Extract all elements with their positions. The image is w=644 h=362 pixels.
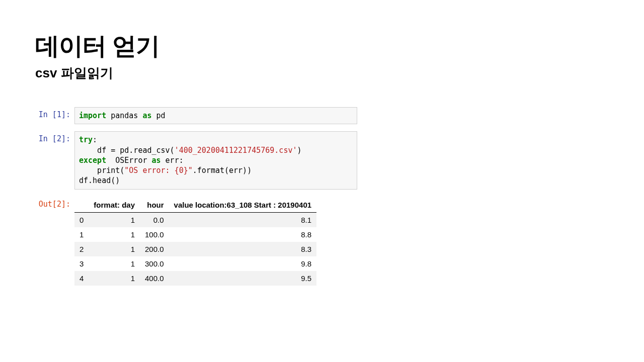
table-cell: 1	[89, 212, 140, 227]
table-cell: 4	[74, 271, 89, 286]
table-header: hour	[140, 198, 169, 213]
table-cell: 1	[89, 242, 140, 256]
table-cell: 8.1	[169, 212, 317, 227]
table-cell: 200.0	[140, 242, 169, 256]
output-table-wrap: format: dayhourvalue location:63_108 Sta…	[74, 197, 357, 286]
cell-prompt: In [2]:	[35, 131, 74, 143]
table-cell: 1	[89, 227, 140, 242]
table-cell: 0	[74, 212, 89, 227]
table-cell: 2	[74, 242, 89, 256]
table-cell: 9.5	[169, 271, 317, 286]
table-cell: 1	[74, 227, 89, 242]
code-input[interactable]: try: df = pd.read_csv('400_2020041122174…	[74, 131, 357, 189]
table-cell: 100.0	[140, 227, 169, 242]
table-cell: 400.0	[140, 271, 169, 286]
cell-prompt: Out[2]:	[35, 197, 74, 209]
notebook-cell: Out[2]:format: dayhourvalue location:63_…	[35, 197, 357, 286]
table-row: 21200.08.3	[74, 242, 316, 256]
code-input[interactable]: import pandas as pd	[74, 107, 357, 124]
table-header: value location:63_108 Start : 20190401	[169, 198, 317, 213]
table-row: 31300.09.8	[74, 256, 316, 271]
table-cell: 300.0	[140, 256, 169, 271]
table-row: 010.08.1	[74, 212, 316, 227]
table-cell: 8.3	[169, 242, 317, 256]
table-cell: 8.8	[169, 227, 317, 242]
table-cell: 0.0	[140, 212, 169, 227]
table-cell: 9.8	[169, 256, 317, 271]
page-title: 데이터 얻기	[35, 30, 609, 62]
table-header: format: day	[89, 198, 140, 213]
slide: 데이터 얻기 csv 파일읽기 In [1]:import pandas as …	[0, 0, 644, 286]
table-header	[74, 198, 89, 213]
page-subtitle: csv 파일읽기	[35, 64, 609, 82]
notebook-cell: In [2]:try: df = pd.read_csv('400_202004…	[35, 131, 357, 189]
dataframe-table: format: dayhourvalue location:63_108 Sta…	[74, 198, 316, 286]
cell-prompt: In [1]:	[35, 107, 74, 119]
table-cell: 1	[89, 271, 140, 286]
table-row: 41400.09.5	[74, 271, 316, 286]
table-cell: 3	[74, 256, 89, 271]
table-row: 11100.08.8	[74, 227, 316, 242]
table-cell: 1	[89, 256, 140, 271]
notebook-container: In [1]:import pandas as pdIn [2]:try: df…	[35, 107, 357, 286]
notebook-cell: In [1]:import pandas as pd	[35, 107, 357, 124]
